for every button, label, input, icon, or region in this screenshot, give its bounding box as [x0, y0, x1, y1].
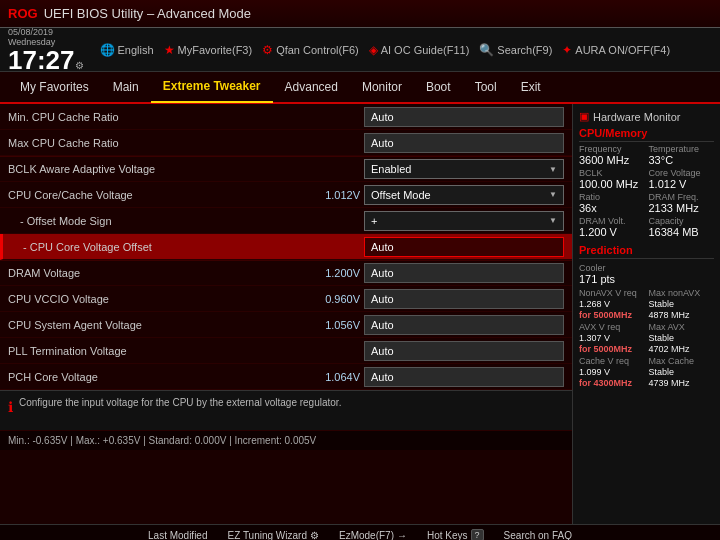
- footer-buttons: Last Modified EZ Tuning Wizard ⚙ EzMode(…: [0, 525, 720, 540]
- row-cpu-vccio-voltage[interactable]: CPU VCCIO Voltage 0.960V Auto: [0, 286, 572, 312]
- cpu-system-agent-label: CPU System Agent Voltage: [8, 319, 300, 331]
- offset-mode-sign-label: - Offset Mode Sign: [8, 215, 300, 227]
- cpu-core-voltage-offset-value[interactable]: Auto: [364, 237, 564, 257]
- hot-keys-button[interactable]: Hot Keys ?: [427, 529, 484, 540]
- row-cpu-core-cache-voltage[interactable]: CPU Core/Cache Voltage 1.012V Offset Mod…: [0, 182, 572, 208]
- fan-icon: ⚙: [262, 43, 273, 57]
- last-modified-label: Last Modified: [148, 530, 207, 541]
- ai-icon: ◈: [369, 43, 378, 57]
- nav-menu: My Favorites Main Extreme Tweaker Advanc…: [0, 72, 720, 104]
- bclk-aware-value[interactable]: Enabled: [364, 159, 564, 179]
- ai-oc-label: AI OC Guide(F11): [381, 44, 470, 56]
- info-icon: ℹ: [8, 399, 13, 415]
- dram-voltage-label: DRAM Voltage: [8, 267, 300, 279]
- aura-label: AURA ON/OFF(F4): [575, 44, 670, 56]
- nav-advanced[interactable]: Advanced: [273, 71, 350, 103]
- main-layout: Min. CPU Cache Ratio Auto Max CPU Cache …: [0, 104, 720, 524]
- pch-core-label: PCH Core Voltage: [8, 371, 300, 383]
- date-line: 05/08/2019Wednesday: [8, 27, 84, 47]
- search-button[interactable]: 🔍 Search(F9): [479, 43, 552, 57]
- search-label: Search(F9): [497, 44, 552, 56]
- info-text: Configure the input voltage for the CPU …: [19, 397, 341, 408]
- last-modified-button[interactable]: Last Modified: [148, 530, 207, 541]
- qfan-control-button[interactable]: ⚙ Qfan Control(F6): [262, 43, 359, 57]
- settings-footer: Min.: -0.635V | Max.: +0.635V | Standard…: [0, 430, 572, 450]
- nav-exit[interactable]: Exit: [509, 71, 553, 103]
- settings-icon[interactable]: ⚙: [75, 60, 84, 71]
- ez-tuning-label: EZ Tuning Wizard: [228, 530, 307, 541]
- core-voltage-section: Core Voltage 1.012 V: [649, 168, 715, 190]
- rog-logo: ROG: [8, 6, 38, 21]
- ai-oc-guide-button[interactable]: ◈ AI OC Guide(F11): [369, 43, 470, 57]
- row-max-cpu-cache[interactable]: Max CPU Cache Ratio Auto: [0, 130, 572, 156]
- pch-core-value[interactable]: Auto: [364, 367, 564, 387]
- nav-boot[interactable]: Boot: [414, 71, 463, 103]
- cooler-section: Cooler 171 pts: [579, 263, 714, 285]
- hot-keys-key[interactable]: ?: [471, 529, 484, 540]
- temp-section: Temperature 33°C: [649, 144, 715, 166]
- cpu-core-cache-voltage-left: 1.012V: [300, 189, 360, 201]
- cpu-core-cache-voltage-label: CPU Core/Cache Voltage: [8, 189, 300, 201]
- language-label: English: [118, 44, 154, 56]
- capacity-section: Capacity 16384 MB: [649, 216, 715, 238]
- globe-icon: 🌐: [100, 43, 115, 57]
- time-display: 17:27: [8, 47, 75, 73]
- ratio-section: Ratio 36x: [579, 192, 645, 214]
- dram-freq-section: DRAM Freq. 2133 MHz: [649, 192, 715, 214]
- row-pch-core-voltage[interactable]: PCH Core Voltage 1.064V Auto: [0, 364, 572, 390]
- my-favorite-button[interactable]: ★ MyFavorite(F3): [164, 43, 253, 57]
- pch-core-left: 1.064V: [300, 371, 360, 383]
- freq-label: Frequency 3600 MHz: [579, 144, 645, 166]
- cpu-system-agent-left: 1.056V: [300, 319, 360, 331]
- bclk-section: BCLK 100.00 MHz: [579, 168, 645, 190]
- max-cpu-cache-value[interactable]: Auto: [364, 133, 564, 153]
- cpu-core-cache-voltage-value[interactable]: Offset Mode: [364, 185, 564, 205]
- pll-termination-label: PLL Termination Voltage: [8, 345, 300, 357]
- language-selector[interactable]: 🌐 English: [100, 43, 154, 57]
- bottom-footer: Last Modified EZ Tuning Wizard ⚙ EzMode(…: [0, 524, 720, 540]
- row-min-cpu-cache[interactable]: Min. CPU Cache Ratio Auto: [0, 104, 572, 130]
- pred-nonavx: NonAVX V req Max nonAVX 1.268 V Stable f…: [579, 288, 714, 320]
- qfan-label: Qfan Control(F6): [276, 44, 359, 56]
- offset-mode-sign-value[interactable]: +: [364, 211, 564, 231]
- monitor-icon: ▣: [579, 110, 589, 123]
- min-cpu-cache-label: Min. CPU Cache Ratio: [8, 111, 300, 123]
- min-cpu-cache-value[interactable]: Auto: [364, 107, 564, 127]
- search-faq-label: Search on FAQ: [504, 530, 572, 541]
- footer-text: Min.: -0.635V | Max.: +0.635V | Standard…: [8, 435, 316, 446]
- prediction-section: Prediction Cooler 171 pts NonAVX V req M…: [579, 244, 714, 388]
- dram-volt-section: DRAM Volt. 1.200 V: [579, 216, 645, 238]
- search-faq-button[interactable]: Search on FAQ: [504, 530, 572, 541]
- nav-main[interactable]: Main: [101, 71, 151, 103]
- cpu-system-agent-value[interactable]: Auto: [364, 315, 564, 335]
- info-bar: 05/08/2019Wednesday 17:27 ⚙ 🌐 English ★ …: [0, 28, 720, 72]
- nav-tool[interactable]: Tool: [463, 71, 509, 103]
- datetime-block: 05/08/2019Wednesday 17:27 ⚙: [8, 27, 84, 73]
- pll-termination-value[interactable]: Auto: [364, 341, 564, 361]
- ez-mode-button[interactable]: EzMode(F7) →: [339, 530, 407, 541]
- nav-my-favorites[interactable]: My Favorites: [8, 71, 101, 103]
- hardware-monitor-panel: ▣ Hardware Monitor CPU/Memory Frequency …: [572, 104, 720, 524]
- bclk-aware-label: BCLK Aware Adaptive Voltage: [8, 163, 300, 175]
- hot-keys-label: Hot Keys: [427, 530, 468, 541]
- row-dram-voltage[interactable]: DRAM Voltage 1.200V Auto: [0, 260, 572, 286]
- row-cpu-system-agent-voltage[interactable]: CPU System Agent Voltage 1.056V Auto: [0, 312, 572, 338]
- row-offset-mode-sign[interactable]: - Offset Mode Sign +: [0, 208, 572, 234]
- cpu-vccio-value[interactable]: Auto: [364, 289, 564, 309]
- ez-tuning-icon: ⚙: [310, 530, 319, 541]
- prediction-title: Prediction: [579, 244, 714, 259]
- row-pll-termination-voltage[interactable]: PLL Termination Voltage Auto: [0, 338, 572, 364]
- row-bclk-aware[interactable]: BCLK Aware Adaptive Voltage Enabled: [0, 156, 572, 182]
- dram-voltage-value[interactable]: Auto: [364, 263, 564, 283]
- aura-button[interactable]: ✦ AURA ON/OFF(F4): [562, 43, 670, 57]
- ez-tuning-wizard-button[interactable]: EZ Tuning Wizard ⚙: [228, 530, 319, 541]
- max-cpu-cache-label: Max CPU Cache Ratio: [8, 137, 300, 149]
- nav-monitor[interactable]: Monitor: [350, 71, 414, 103]
- title-bar: ROG UEFI BIOS Utility – Advanced Mode: [0, 0, 720, 28]
- settings-panel: Min. CPU Cache Ratio Auto Max CPU Cache …: [0, 104, 572, 524]
- info-bar-items: 🌐 English ★ MyFavorite(F3) ⚙ Qfan Contro…: [100, 43, 713, 57]
- nav-extreme-tweaker[interactable]: Extreme Tweaker: [151, 71, 273, 103]
- row-cpu-core-voltage-offset[interactable]: - CPU Core Voltage Offset Auto: [0, 234, 572, 260]
- ez-mode-icon: →: [397, 530, 407, 541]
- ez-mode-label: EzMode(F7): [339, 530, 394, 541]
